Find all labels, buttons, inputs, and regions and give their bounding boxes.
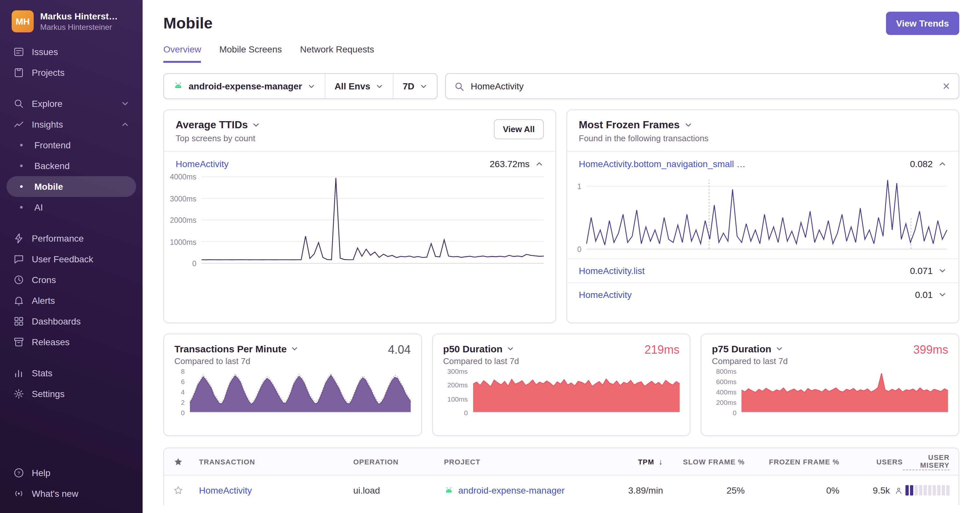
android-icon [173,81,183,91]
chevron-down-icon [419,82,428,91]
y-axis: 300ms200ms100ms0 [443,371,473,413]
project-filter[interactable]: android-expense-manager [164,74,325,98]
users-count: 9.5k [873,485,890,496]
page-filter-group: android-expense-manager All Envs 7D [163,73,438,99]
sidebar-item-crons[interactable]: Crons [6,270,136,290]
card-title: Transactions Per Minute [174,343,287,354]
sidebar-item-projects[interactable]: Projects [6,62,136,83]
card-title: p75 Duration [712,343,771,354]
sidebar-item-frontend[interactable]: Frontend [6,135,136,156]
help-icon: ? [13,467,25,479]
card-subtitle: Compared to last 7d [443,356,679,366]
tab-mobile-screens[interactable]: Mobile Screens [220,44,282,63]
sidebar-item-explore[interactable]: Explore [6,93,136,114]
chevron-down-icon[interactable] [506,345,515,353]
chart-plot [202,177,544,264]
chevron-down-icon[interactable] [775,345,784,353]
chevron-down-icon[interactable] [252,121,261,130]
sidebar-item-label: Settings [32,389,65,399]
sidebar-item-insights[interactable]: Insights [6,114,136,135]
ttids-accordion-row[interactable]: HomeActivity 263.72ms [164,152,555,174]
operation-cell: ui.load [353,485,444,496]
star-icon[interactable] [173,456,199,467]
column-header-user-misery[interactable]: USER MISERY [903,453,950,470]
frozen-accordion-row[interactable]: HomeActivity.bottom_navigation_small … 0… [567,152,959,174]
transaction-link[interactable]: HomeActivity [199,485,252,496]
sidebar-item-stats[interactable]: Stats [6,363,136,383]
transaction-link[interactable]: HomeActivity [176,159,229,169]
user-misery-bars [905,485,950,496]
frozen-accordion-row[interactable]: HomeActivity 0.01 [567,283,959,307]
chart-plot [190,371,410,413]
tpm-chart: 86420 [174,366,410,413]
chevron-up-icon [121,120,130,129]
bullet-icon [20,185,23,188]
tab-network-requests[interactable]: Network Requests [300,44,374,63]
page-title: Mobile [163,14,213,32]
sidebar-item-mobile[interactable]: Mobile [6,176,136,197]
insights-icon [13,119,25,130]
transaction-link[interactable]: HomeActivity.bottom_navigation_small … [579,159,746,169]
frozen-accordion-row[interactable]: HomeActivity.list 0.071 [567,259,959,283]
sidebar-item-label: User Feedback [32,254,93,264]
column-header-tpm[interactable]: TPM ↓ [594,457,663,466]
bullet-icon [20,206,23,208]
chevron-up-icon[interactable] [938,159,947,168]
clear-search-icon[interactable] [942,82,951,91]
chevron-down-icon[interactable] [938,266,947,275]
card-subtitle: Compared to last 7d [712,356,948,366]
broadcast-icon [13,488,25,499]
dashboards-icon [13,315,25,327]
table-row[interactable]: HomeActivity ui.load android-expense-man… [164,475,959,505]
tpm-value: 4.04 [388,343,410,357]
sidebar-item-label: Performance [32,233,84,243]
table-header-row: TRANSACTION OPERATION PROJECT TPM ↓ SLOW… [164,448,959,475]
slow-frame-cell: 25% [663,485,745,496]
sidebar-item-dashboards[interactable]: Dashboards [6,311,136,332]
chevron-down-icon[interactable] [291,345,299,353]
sidebar: MH Markus Hinterst… Markus Hintersteiner… [0,0,143,513]
star-outline-icon[interactable] [173,485,199,496]
column-header-slow-frame[interactable]: SLOW FRAME % [663,457,745,465]
ttid-value: 263.72ms [490,159,530,169]
sidebar-item-user-feedback[interactable]: User Feedback [6,249,136,270]
column-header-users[interactable]: USERS [839,457,903,465]
sidebar-footer: ? Help What's new [6,462,136,504]
y-axis: 10 [572,177,587,249]
sidebar-item-issues[interactable]: Issues [6,41,136,62]
bell-icon [13,295,25,307]
sidebar-item-settings[interactable]: Settings [6,383,136,404]
environment-filter[interactable]: All Envs [325,74,393,98]
column-header-operation[interactable]: OPERATION [353,457,444,465]
user-menu[interactable]: MH Markus Hinterst… Markus Hintersteiner [6,9,136,41]
transactions-table: TRANSACTION OPERATION PROJECT TPM ↓ SLOW… [163,448,959,505]
column-header-project[interactable]: PROJECT [444,457,594,465]
search-input[interactable] [471,81,935,91]
frozen-value: 0.01 [915,289,933,300]
view-all-button[interactable]: View All [494,119,544,139]
sidebar-item-performance[interactable]: Performance [6,228,136,249]
tab-overview[interactable]: Overview [163,44,201,63]
card-subtitle: Compared to last 7d [174,356,410,366]
date-range-filter[interactable]: 7D [393,74,437,98]
sidebar-item-alerts[interactable]: Alerts [6,290,136,311]
sidebar-item-whats-new[interactable]: What's new [6,483,136,504]
project-link[interactable]: android-expense-manager [458,485,565,496]
sort-desc-icon: ↓ [659,457,663,466]
transaction-link[interactable]: HomeActivity [579,289,632,300]
view-trends-button[interactable]: View Trends [886,12,959,35]
sidebar-nav: Issues Projects Explore Insights Fronten… [6,41,136,404]
sidebar-item-backend[interactable]: Backend [6,156,136,176]
chart-plot [473,371,679,413]
transaction-link[interactable]: HomeActivity.list [579,265,644,276]
chevron-up-icon[interactable] [535,159,544,168]
chevron-down-icon[interactable] [938,290,947,299]
chevron-down-icon[interactable] [684,121,692,130]
avatar: MH [12,10,34,32]
sidebar-item-label: What's new [32,488,78,499]
sidebar-item-help[interactable]: ? Help [6,462,136,483]
column-header-transaction[interactable]: TRANSACTION [199,457,353,465]
sidebar-item-ai[interactable]: AI [6,197,136,218]
column-header-frozen-frame[interactable]: FROZEN FRAME % [745,457,839,465]
sidebar-item-releases[interactable]: Releases [6,332,136,353]
